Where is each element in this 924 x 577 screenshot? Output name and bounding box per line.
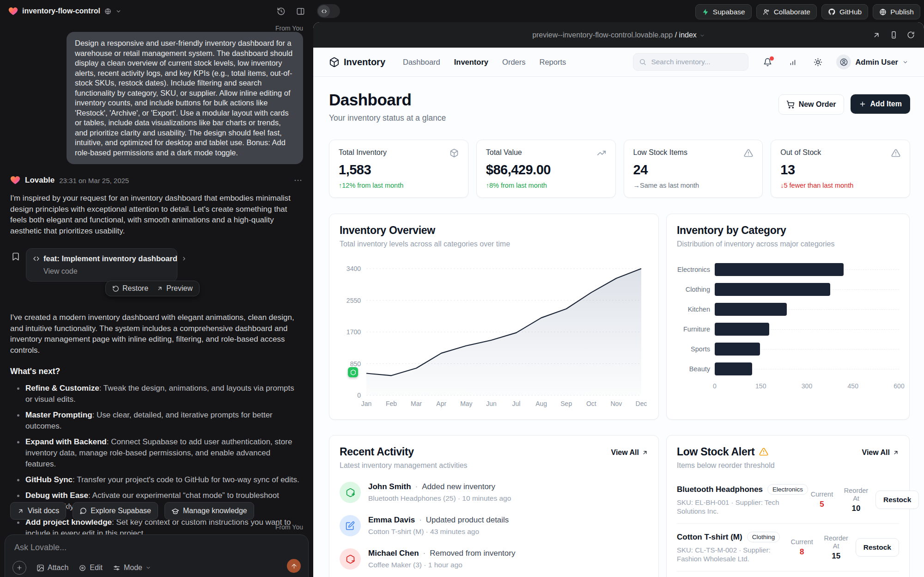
nav-orders[interactable]: Orders — [502, 58, 525, 67]
open-external-icon[interactable] — [872, 31, 881, 39]
preview-window: preview--inventory-flow-control.lovable.… — [313, 22, 924, 577]
chevron-right-icon — [181, 256, 187, 262]
restock-button[interactable]: Restock — [875, 491, 919, 509]
category-bar-row: Furniture — [677, 319, 899, 339]
edit-select-button[interactable]: Edit — [79, 564, 103, 572]
chart-subtitle: Distribution of inventory across major c… — [677, 240, 899, 248]
restock-button[interactable]: Restock — [856, 538, 899, 557]
app-brand[interactable]: Inventory — [329, 57, 385, 68]
bar-category-label: Kitchen — [677, 306, 715, 313]
category-bar-row: Clothing — [677, 279, 899, 299]
lovable-heart-icon — [8, 6, 18, 16]
category-bar-row: Electronics — [677, 259, 899, 279]
kpi-delta: ↑8% from last month — [486, 182, 606, 189]
mobile-view-icon[interactable] — [890, 31, 898, 39]
svg-text:May: May — [460, 400, 472, 407]
assistant-body: I've created a modern inventory dashboar… — [10, 312, 303, 356]
bar-axis-tick: 450 — [848, 382, 858, 390]
add-item-button[interactable]: Add Item — [851, 94, 910, 114]
theme-sun-icon[interactable] — [814, 58, 822, 67]
assistant-name: Lovable — [25, 176, 55, 185]
card-subtitle: Items below reorder threshold — [677, 461, 775, 470]
bar-value — [715, 362, 752, 375]
nav-dashboard[interactable]: Dashboard — [403, 58, 440, 67]
nav-reports[interactable]: Reports — [539, 58, 566, 67]
explore-supabase-button[interactable]: Explore Supabase — [73, 502, 158, 520]
chat-input[interactable] — [13, 542, 273, 553]
package-icon — [329, 57, 340, 68]
chat-sidebar: inventory-flow-control From You Design a… — [0, 0, 313, 577]
view-code-link[interactable]: View code — [43, 267, 170, 276]
commit-card[interactable]: feat: Implement inventory dashboard View… — [26, 248, 177, 282]
supabase-button[interactable]: Supabase — [695, 4, 752, 19]
low-stock-list: Bluetooth HeadphonesElectronics SKU: EL-… — [677, 476, 899, 577]
bookmark-icon[interactable] — [11, 252, 20, 263]
svg-text:Sep: Sep — [560, 400, 572, 407]
bar-axis-tick: 150 — [755, 382, 766, 390]
preview-url-bar: preview--inventory-flow-control.lovable.… — [313, 22, 924, 48]
code-view-toggle[interactable] — [317, 4, 340, 18]
edit-icon — [340, 515, 361, 536]
visit-docs-button[interactable]: Visit docs — [10, 502, 66, 520]
bar-value — [715, 323, 769, 336]
collaborate-button[interactable]: Collaborate — [756, 4, 817, 19]
svg-text:1700: 1700 — [346, 328, 361, 336]
app-nav: Dashboard Inventory Orders Reports — [403, 58, 566, 67]
user-chevron-down-icon — [902, 59, 908, 65]
panel-toggle-icon[interactable] — [296, 7, 305, 16]
preview-button[interactable]: Preview — [157, 284, 193, 293]
bar-axis-tick: 600 — [894, 382, 904, 390]
mode-selector[interactable]: Mode — [113, 564, 151, 572]
inventory-overview-card: Inventory Overview Total inventory level… — [329, 214, 659, 420]
page-subtitle: Your inventory status at a glance — [329, 113, 446, 123]
bar-value — [715, 343, 760, 356]
refresh-icon[interactable] — [907, 31, 915, 39]
user-menu[interactable]: Admin User — [836, 55, 908, 69]
bar-axis-tick: 300 — [802, 382, 812, 390]
view-all-link[interactable]: View All — [611, 448, 648, 457]
inventory-by-category-card: Inventory by Category Distribution of in… — [666, 214, 910, 420]
project-chevron-down-icon[interactable] — [116, 8, 122, 14]
globe-icon[interactable] — [104, 8, 111, 15]
new-order-button[interactable]: New Order — [778, 94, 844, 115]
list-item: Expand with Backend: Connect Supabase to… — [10, 436, 303, 470]
svg-text:Feb: Feb — [386, 400, 397, 407]
add-context-button[interactable] — [12, 561, 26, 575]
alert-triangle-icon — [744, 148, 753, 158]
navbar-icons — [763, 58, 822, 67]
chart-subtitle: Total inventory levels across all catego… — [340, 240, 648, 248]
nav-inventory[interactable]: Inventory — [454, 58, 488, 67]
list-item: Michael Chen·Removed from inventory Coff… — [340, 548, 648, 570]
category-bar-row: Kitchen — [677, 299, 899, 319]
category-bar-row: Beauty — [677, 359, 899, 379]
assistant-header: Lovable 23:31 on Mar 25, 2025 ⋯ — [10, 175, 303, 185]
recent-activity-card: Recent Activity Latest inventory managem… — [329, 435, 659, 577]
attach-button[interactable]: Attach — [36, 564, 68, 572]
analytics-bars-icon[interactable] — [789, 58, 797, 66]
search-input[interactable] — [650, 57, 735, 67]
notifications-bell-icon[interactable] — [763, 58, 772, 67]
bar-category-label: Beauty — [677, 365, 715, 373]
alert-triangle-icon — [891, 148, 900, 158]
trending-up-icon — [597, 148, 606, 158]
bar-value — [715, 303, 787, 316]
restore-button[interactable]: Restore — [112, 284, 148, 293]
preview-url[interactable]: preview--inventory-flow-control.lovable.… — [532, 31, 705, 39]
kpi-total-value: Total Value $86,429.00 ↑8% from last mon… — [476, 140, 616, 198]
url-chevron-down-icon[interactable] — [699, 33, 705, 38]
list-item: John Smith·Added new inventory Bluetooth… — [340, 482, 648, 503]
message-menu-icon[interactable]: ⋯ — [294, 175, 303, 185]
publish-button[interactable]: Publish — [873, 4, 920, 19]
chart-badge-icon — [348, 367, 358, 377]
history-icon[interactable] — [277, 7, 286, 16]
github-button[interactable]: GitHub — [821, 4, 868, 19]
bar-value — [715, 283, 830, 296]
send-button[interactable] — [287, 559, 301, 573]
chat-thread: From You Design a responsive and user-fr… — [0, 25, 313, 539]
bar-value — [715, 263, 844, 276]
kpi-delta: →Same as last month — [633, 182, 754, 189]
manage-knowledge-button[interactable]: Manage knowledge — [164, 502, 254, 520]
from-you-label: From You — [10, 25, 303, 32]
view-all-link[interactable]: View All — [862, 448, 899, 457]
chart-title: Inventory Overview — [340, 224, 648, 237]
